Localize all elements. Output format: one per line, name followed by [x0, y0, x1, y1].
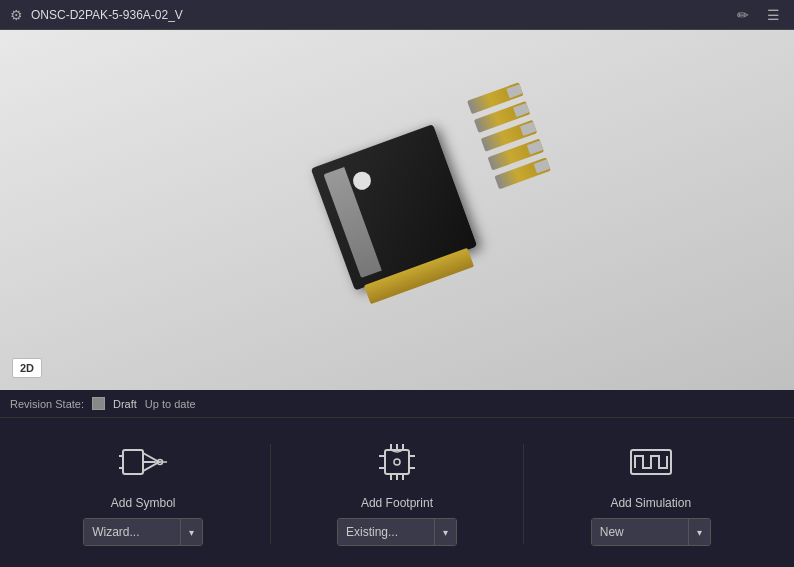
add-simulation-col: Add Simulation New ▾: [571, 436, 731, 546]
title-bar-left: ⚙ ONSC-D2PAK-5-936A-02_V: [10, 7, 183, 23]
revision-state-label: Revision State:: [10, 398, 84, 410]
actions-area: Add Symbol Wizard... ▾: [0, 418, 794, 567]
add-footprint-arrow-button[interactable]: ▾: [434, 519, 456, 545]
add-symbol-arrow-button[interactable]: ▾: [180, 519, 202, 545]
add-simulation-icon: [625, 436, 677, 488]
app-icon: ⚙: [10, 7, 23, 23]
add-footprint-existing-button[interactable]: Existing...: [338, 519, 434, 545]
pins-right: [467, 82, 551, 189]
svg-rect-3: [385, 450, 409, 474]
divider-2: [523, 444, 524, 544]
add-footprint-icon: [371, 436, 423, 488]
add-simulation-new-button[interactable]: New: [592, 519, 688, 545]
component-bottom-pad: [364, 248, 474, 304]
edit-button[interactable]: ✏: [733, 5, 753, 25]
revision-bar: Revision State: Draft Up to date: [0, 390, 794, 418]
menu-button[interactable]: ☰: [763, 5, 784, 25]
add-simulation-label: Add Simulation: [610, 496, 691, 510]
divider-1: [270, 444, 271, 544]
title-bar-right: ✏ ☰: [733, 5, 784, 25]
svg-rect-0: [123, 450, 143, 474]
title-bar: ⚙ ONSC-D2PAK-5-936A-02_V ✏ ☰: [0, 0, 794, 30]
add-footprint-label: Add Footprint: [361, 496, 433, 510]
add-symbol-label: Add Symbol: [111, 496, 176, 510]
2d-toggle-button[interactable]: 2D: [12, 358, 42, 378]
add-symbol-icon: [117, 436, 169, 488]
component-3d: [272, 82, 522, 320]
add-footprint-btn-row: Existing... ▾: [337, 518, 457, 546]
add-simulation-arrow-button[interactable]: ▾: [688, 519, 710, 545]
component-dot: [350, 169, 373, 192]
add-symbol-btn-row: Wizard... ▾: [83, 518, 203, 546]
svg-point-14: [394, 459, 400, 465]
add-footprint-col: Add Footprint Existing... ▾: [317, 436, 477, 546]
window-title: ONSC-D2PAK-5-936A-02_V: [31, 8, 183, 22]
add-simulation-btn-row: New ▾: [591, 518, 711, 546]
viewport-3d[interactable]: 2D: [0, 30, 794, 390]
revision-status-label: Up to date: [145, 398, 196, 410]
revision-draft-checkbox[interactable]: [92, 397, 105, 410]
add-symbol-wizard-button[interactable]: Wizard...: [84, 519, 180, 545]
revision-draft-label: Draft: [113, 398, 137, 410]
add-symbol-col: Add Symbol Wizard... ▾: [63, 436, 223, 546]
component-body: [311, 124, 478, 291]
